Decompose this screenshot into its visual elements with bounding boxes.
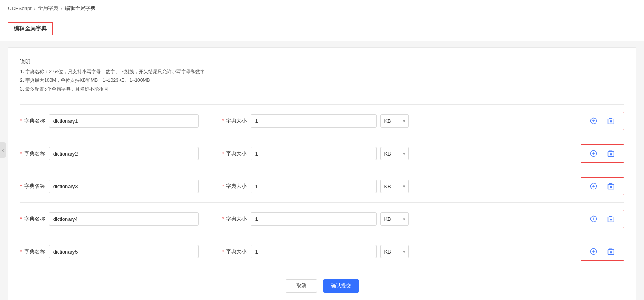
- dictionary-list: * 字典名称 * 字典大小 KB ▾: [20, 104, 624, 268]
- delete-button-3[interactable]: [605, 181, 616, 192]
- breadcrumb-sep-1: ›: [34, 6, 35, 11]
- size-field-group-4: * 字典大小 KB ▾: [222, 212, 409, 226]
- name-label-3: * 字典名称: [20, 183, 45, 190]
- dict-size-input-1[interactable]: [251, 114, 377, 128]
- breadcrumb-current: 编辑全局字典: [65, 5, 96, 12]
- unit-value-4: KB: [384, 216, 391, 222]
- dict-name-input-2[interactable]: [49, 147, 199, 160]
- required-star-size-2: *: [222, 150, 224, 156]
- delete-button-5[interactable]: [605, 246, 616, 257]
- chevron-down-icon-3: ▾: [403, 184, 405, 189]
- page-header: 编辑全局字典: [0, 17, 644, 41]
- name-label-2: * 字典名称: [20, 150, 45, 157]
- add-button-2[interactable]: [588, 148, 599, 159]
- name-field-group: * 字典名称: [20, 212, 199, 226]
- unit-select-3[interactable]: KB ▾: [380, 180, 409, 193]
- required-star-name-4: *: [20, 216, 22, 222]
- name-field-group: * 字典名称: [20, 114, 199, 128]
- page-title: 编辑全局字典: [8, 22, 53, 35]
- breadcrumb-udfscript[interactable]: UDFScript: [8, 6, 32, 11]
- unit-value-3: KB: [384, 183, 391, 189]
- svg-rect-10: [608, 152, 614, 157]
- add-button-4[interactable]: [588, 213, 599, 224]
- row-actions-2: [581, 144, 624, 163]
- dict-size-input-5[interactable]: [251, 245, 377, 258]
- dict-row: * 字典名称 * 字典大小 KB ▾: [20, 137, 624, 170]
- required-star-size-5: *: [222, 248, 224, 254]
- name-label-4: * 字典名称: [20, 215, 45, 222]
- cancel-button[interactable]: 取消: [286, 279, 317, 293]
- size-label-4: * 字典大小: [222, 215, 247, 222]
- unit-value-1: KB: [384, 118, 391, 124]
- row-actions-1: [581, 112, 624, 130]
- delete-button-4[interactable]: [605, 213, 616, 224]
- delete-button-2[interactable]: [605, 148, 616, 159]
- confirm-button[interactable]: 确认提交: [323, 279, 359, 293]
- breadcrumb-sep-2: ›: [61, 6, 62, 11]
- required-star-size-3: *: [222, 183, 224, 189]
- chevron-down-icon-2: ▾: [403, 151, 405, 156]
- size-label-5: * 字典大小: [222, 248, 247, 255]
- dict-name-input-3[interactable]: [49, 180, 199, 193]
- size-label-1: * 字典大小: [222, 117, 247, 124]
- name-field-group: * 字典名称: [20, 245, 199, 258]
- row-actions-4: [581, 210, 624, 228]
- svg-rect-17: [608, 184, 614, 189]
- dict-size-input-2[interactable]: [251, 147, 377, 160]
- size-field-group-2: * 字典大小 KB ▾: [222, 147, 409, 160]
- notice-line-2: 2. 字典最大100M，单位支持KB和MB，1~1023KB、1~100MB: [20, 76, 624, 85]
- size-field-group-3: * 字典大小 KB ▾: [222, 180, 409, 193]
- add-button-3[interactable]: [588, 181, 599, 192]
- svg-rect-31: [608, 250, 614, 255]
- name-field-group: * 字典名称: [20, 147, 199, 160]
- delete-button-1[interactable]: [605, 115, 616, 126]
- chevron-down-icon-5: ▾: [403, 249, 405, 254]
- unit-select-4[interactable]: KB ▾: [380, 212, 409, 226]
- unit-select-5[interactable]: KB ▾: [380, 245, 409, 258]
- notice-title: 说明：: [20, 57, 624, 66]
- dict-size-input-3[interactable]: [251, 180, 377, 193]
- dict-size-input-4[interactable]: [251, 212, 377, 226]
- name-label-1: * 字典名称: [20, 117, 45, 124]
- size-label-3: * 字典大小: [222, 183, 247, 190]
- svg-rect-3: [608, 119, 614, 124]
- dict-row: * 字典名称 * 字典大小 KB ▾: [20, 203, 624, 235]
- required-star-size-4: *: [222, 216, 224, 222]
- row-actions-3: [581, 177, 624, 195]
- size-label-2: * 字典大小: [222, 150, 247, 157]
- chevron-down-icon-1: ▾: [403, 119, 405, 124]
- notice-line-1: 1. 字典名称：2-64位，只支持小写字母、数字、下划线，开头结尾只允许小写字母…: [20, 68, 624, 76]
- breadcrumb-global-dict[interactable]: 全局字典: [38, 5, 58, 12]
- dict-row: * 字典名称 * 字典大小 KB ▾: [20, 235, 624, 268]
- name-label-5: * 字典名称: [20, 248, 45, 255]
- chevron-down-icon-4: ▾: [403, 217, 405, 222]
- unit-select-1[interactable]: KB ▾: [380, 114, 409, 128]
- required-star-name-5: *: [20, 248, 22, 254]
- breadcrumb: UDFScript › 全局字典 › 编辑全局字典: [0, 0, 644, 17]
- notice-box: 说明： 1. 字典名称：2-64位，只支持小写字母、数字、下划线，开头结尾只允许…: [20, 57, 624, 93]
- unit-value-5: KB: [384, 249, 391, 255]
- sidebar-handle[interactable]: [0, 142, 6, 158]
- unit-value-2: KB: [384, 151, 391, 157]
- name-field-group: * 字典名称: [20, 180, 199, 193]
- row-actions-5: [581, 243, 624, 261]
- notice-line-3: 3. 最多配置5个全局字典，且名称不能相同: [20, 85, 624, 94]
- dict-row: * 字典名称 * 字典大小 KB ▾: [20, 170, 624, 203]
- dict-name-input-4[interactable]: [49, 212, 199, 226]
- dict-name-input-1[interactable]: [49, 114, 199, 128]
- dict-row: * 字典名称 * 字典大小 KB ▾: [20, 105, 624, 137]
- dict-name-input-5[interactable]: [49, 245, 199, 258]
- size-field-group-1: * 字典大小 KB ▾: [222, 114, 409, 128]
- required-star-size-1: *: [222, 118, 224, 124]
- unit-select-2[interactable]: KB ▾: [380, 147, 409, 160]
- main-content: 说明： 1. 字典名称：2-64位，只支持小写字母、数字、下划线，开头结尾只允许…: [8, 47, 636, 300]
- svg-rect-24: [608, 217, 614, 222]
- required-star-name-2: *: [20, 150, 22, 156]
- footer-actions: 取消 确认提交: [20, 268, 624, 296]
- add-button-1[interactable]: [588, 115, 599, 126]
- required-star-name-3: *: [20, 183, 22, 189]
- size-field-group-5: * 字典大小 KB ▾: [222, 245, 409, 258]
- required-star-name-1: *: [20, 118, 22, 124]
- add-button-5[interactable]: [588, 246, 599, 257]
